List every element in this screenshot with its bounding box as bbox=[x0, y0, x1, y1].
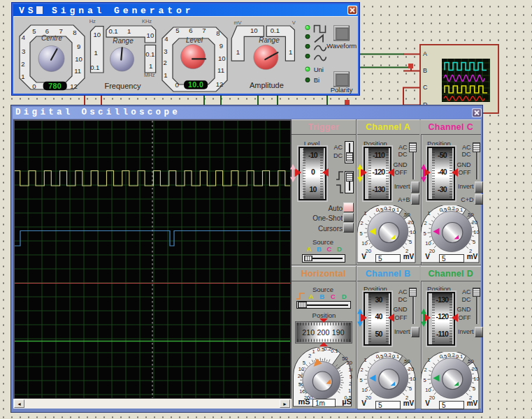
svg-text:Frequency: Frequency bbox=[104, 82, 141, 90]
svg-text:2: 2 bbox=[21, 60, 24, 68]
svg-text:1: 1 bbox=[427, 210, 430, 216]
svg-text:1: 1 bbox=[289, 48, 292, 56]
svg-text:mV: mV bbox=[233, 20, 241, 26]
svg-text:11: 11 bbox=[74, 67, 81, 75]
svg-text:V: V bbox=[292, 20, 296, 26]
svg-text:0: 0 bbox=[32, 82, 36, 90]
svg-text:8: 8 bbox=[216, 29, 220, 37]
svg-text:0.1: 0.1 bbox=[90, 64, 99, 71]
svg-text:1: 1 bbox=[236, 48, 240, 56]
svg-text:5: 5 bbox=[423, 230, 426, 236]
svg-text:8: 8 bbox=[73, 29, 76, 36]
svg-text:10: 10 bbox=[473, 376, 479, 382]
svg-text:Uni: Uni bbox=[314, 66, 324, 73]
svg-text:0: 0 bbox=[175, 81, 178, 89]
svg-text:KHz: KHz bbox=[142, 18, 152, 24]
svg-text:10: 10 bbox=[410, 376, 415, 382]
svg-text:10: 10 bbox=[361, 240, 367, 246]
svg-text:Polarity: Polarity bbox=[331, 86, 353, 94]
svg-text:5: 5 bbox=[175, 27, 179, 34]
svg-text:2: 2 bbox=[349, 381, 352, 387]
svg-text:MHz: MHz bbox=[144, 72, 155, 78]
svg-text:50: 50 bbox=[468, 358, 473, 365]
svg-text:10: 10 bbox=[473, 229, 479, 235]
svg-text:5: 5 bbox=[359, 376, 362, 383]
svg-text:Centre: Centre bbox=[41, 34, 62, 42]
svg-text:1: 1 bbox=[21, 73, 24, 80]
svg-text:12: 12 bbox=[216, 80, 224, 88]
svg-text:9: 9 bbox=[220, 42, 223, 50]
svg-text:0.1: 0.1 bbox=[145, 50, 154, 58]
svg-text:5: 5 bbox=[423, 376, 426, 383]
svg-text:1: 1 bbox=[364, 210, 366, 216]
svg-text:1: 1 bbox=[127, 27, 131, 35]
svg-text:Bi: Bi bbox=[314, 76, 319, 84]
svg-text:3: 3 bbox=[164, 47, 167, 55]
svg-text:5: 5 bbox=[350, 374, 352, 380]
svg-text:4: 4 bbox=[164, 35, 168, 43]
svg-text:0.1: 0.1 bbox=[108, 27, 117, 35]
svg-text:0.2: 0.2 bbox=[324, 347, 331, 352]
svg-text:5: 5 bbox=[473, 385, 475, 391]
svg-text:1: 1 bbox=[164, 71, 167, 79]
svg-text:780: 780 bbox=[48, 82, 62, 90]
svg-text:11: 11 bbox=[217, 66, 224, 74]
svg-text:2: 2 bbox=[424, 367, 426, 373]
svg-text:50: 50 bbox=[468, 212, 473, 218]
svg-text:1: 1 bbox=[312, 348, 315, 355]
svg-text:3: 3 bbox=[22, 47, 25, 55]
svg-text:12: 12 bbox=[70, 82, 78, 90]
svg-text:2: 2 bbox=[360, 220, 363, 226]
svg-text:2: 2 bbox=[424, 220, 426, 226]
svg-text:5: 5 bbox=[473, 238, 475, 244]
svg-text:1: 1 bbox=[427, 357, 430, 363]
svg-text:10: 10 bbox=[410, 229, 415, 235]
svg-text:1: 1 bbox=[94, 49, 98, 57]
svg-text:10: 10 bbox=[425, 386, 431, 392]
svg-text:1: 1 bbox=[364, 357, 366, 363]
svg-text:2: 2 bbox=[360, 367, 363, 373]
svg-text:50: 50 bbox=[404, 358, 410, 365]
svg-text:10: 10 bbox=[94, 31, 101, 38]
svg-text:5: 5 bbox=[359, 230, 362, 236]
svg-text:10: 10 bbox=[250, 27, 258, 34]
svg-text:10: 10 bbox=[361, 386, 367, 392]
svg-text:Hz: Hz bbox=[89, 18, 96, 24]
svg-text:5: 5 bbox=[409, 385, 412, 391]
svg-text:Waveform: Waveform bbox=[326, 42, 357, 50]
svg-text:4: 4 bbox=[22, 34, 25, 41]
svg-text:5: 5 bbox=[32, 27, 36, 35]
svg-text:9: 9 bbox=[77, 43, 80, 50]
svg-text:10.0: 10.0 bbox=[188, 80, 203, 89]
svg-text:10: 10 bbox=[309, 185, 317, 193]
svg-text:0.1: 0.1 bbox=[271, 27, 280, 34]
svg-text:50: 50 bbox=[404, 212, 410, 218]
svg-text:20: 20 bbox=[347, 360, 352, 366]
svg-text:Level: Level bbox=[186, 36, 203, 44]
svg-text:10: 10 bbox=[75, 55, 82, 63]
svg-text:Range: Range bbox=[259, 36, 280, 44]
svg-text:10: 10 bbox=[348, 367, 352, 373]
svg-text:2: 2 bbox=[308, 353, 311, 359]
svg-text:Range: Range bbox=[113, 37, 134, 45]
svg-text:10: 10 bbox=[425, 240, 431, 246]
svg-text:7: 7 bbox=[202, 27, 206, 34]
svg-text:10: 10 bbox=[147, 31, 154, 39]
svg-text:0.1: 0.1 bbox=[331, 348, 338, 354]
svg-text:1: 1 bbox=[149, 62, 152, 70]
svg-text:Amplitude: Amplitude bbox=[250, 81, 284, 89]
svg-text:6: 6 bbox=[189, 27, 192, 34]
svg-text:5: 5 bbox=[303, 360, 305, 366]
svg-text:5: 5 bbox=[409, 238, 412, 244]
svg-text:2: 2 bbox=[164, 59, 167, 66]
svg-text:10: 10 bbox=[299, 366, 304, 372]
svg-text:10: 10 bbox=[218, 54, 226, 62]
svg-text:1: 1 bbox=[348, 388, 351, 394]
